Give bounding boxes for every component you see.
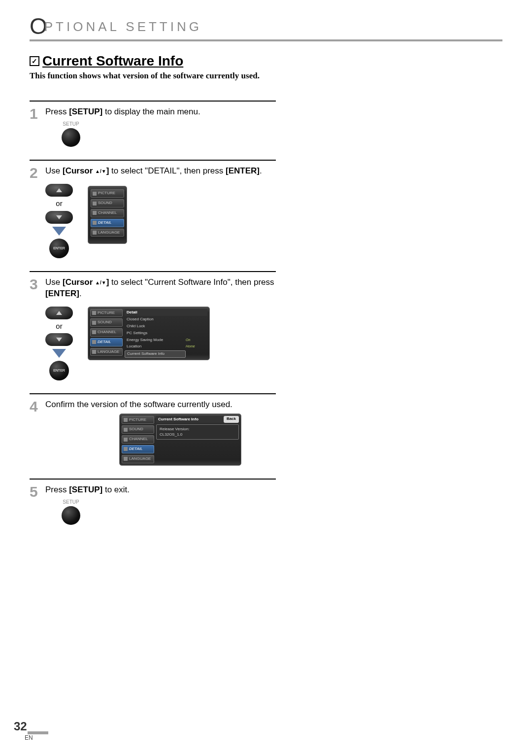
step-number: 4 <box>30 399 40 466</box>
detail-head: Detail <box>125 309 207 316</box>
row-current-software: Current Software Info <box>125 350 207 358</box>
cursor-controls: or ENTER <box>45 184 73 258</box>
steps-list: 1 Press [SETUP] to display the main menu… <box>30 101 276 538</box>
step4-text: Confirm the version of the software curr… <box>45 400 233 409</box>
step3-pre: Use <box>45 277 63 287</box>
cursor-up-icon <box>45 307 73 319</box>
chapter-header: O PTIONAL SETTING <box>30 15 502 37</box>
step-1: 1 Press [SETUP] to display the main menu… <box>30 101 276 160</box>
or-text: or <box>56 321 62 331</box>
setup-label: SETUP <box>60 121 82 128</box>
release-label: Release Version: <box>160 427 235 432</box>
step2-b1: [Cursor <box>63 166 95 175</box>
enter-button-icon: ENTER <box>49 361 69 380</box>
step-3: 3 Use [Cursor ▲/▼] to select "Current So… <box>30 271 276 393</box>
chapter-title: PTIONAL SETTING <box>44 19 202 34</box>
section-title-row: ✓ Current Software Info <box>30 53 502 69</box>
tv-main-menu: PICTURE SOUND CHANNEL DETAIL LANGUAGE <box>88 186 127 244</box>
side-detail: DETAIL <box>90 338 123 346</box>
step-2: 2 Use [Cursor ▲/▼] to select "DETAIL", t… <box>30 160 276 271</box>
row-pc-settings: PC Settings <box>125 330 207 337</box>
cursor-up-icon <box>45 184 73 197</box>
step-number: 3 <box>30 277 40 380</box>
step2-mid: to select "DETAIL", then press <box>109 166 226 175</box>
setup-button-graphic: SETUP <box>45 121 276 147</box>
step-5: 5 Press [SETUP] to exit. SETUP <box>30 479 276 538</box>
release-value: CL32OS_1.0 <box>160 432 235 437</box>
step-body: Press [SETUP] to display the main menu. … <box>45 106 276 147</box>
setup-button-icon <box>62 128 80 147</box>
step2-pre: Use <box>45 166 63 175</box>
step3-mid: to select "Current Software Info", then … <box>109 277 274 287</box>
side-language: LANGUAGE <box>122 455 154 463</box>
step5-pre: Press <box>45 485 69 494</box>
page-lang: EN <box>14 734 48 741</box>
step1-post: to display the main menu. <box>102 107 200 116</box>
side-channel: CHANNEL <box>122 435 154 444</box>
back-button: Back <box>224 416 239 423</box>
menu-item-sound: SOUND <box>91 199 124 207</box>
cursor-controls: or ENTER <box>45 307 73 380</box>
section-title: Current Software Info <box>42 53 183 69</box>
step-number: 2 <box>30 166 40 258</box>
menu-item-picture: PICTURE <box>91 189 124 198</box>
blue-down-arrow-icon <box>52 227 66 236</box>
header-underline <box>30 39 502 41</box>
tv-software-info: PICTURE SOUND CHANNEL DETAIL LANGUAGE Cu… <box>119 413 241 466</box>
side-picture: PICTURE <box>122 416 154 424</box>
setup-label: SETUP <box>60 499 82 506</box>
row-energy-saving: Energy Saving ModeOn <box>125 337 207 344</box>
step-number: 5 <box>30 484 40 525</box>
side-sound: SOUND <box>122 425 154 434</box>
step-body: Use [Cursor ▲/▼] to select "Current Soft… <box>45 277 276 380</box>
checkbox-icon: ✓ <box>30 56 39 66</box>
setup-button-graphic: SETUP <box>45 499 276 525</box>
cursor-down-icon <box>45 211 73 224</box>
menu-item-language: LANGUAGE <box>91 229 124 237</box>
menu-item-channel: CHANNEL <box>91 209 124 217</box>
side-picture: PICTURE <box>90 309 123 317</box>
step3-b2: [ENTER] <box>45 289 79 298</box>
step-body: Press [SETUP] to exit. SETUP <box>45 484 276 525</box>
or-text: or <box>56 199 62 208</box>
step-body: Confirm the version of the software curr… <box>45 399 276 466</box>
side-sound: SOUND <box>90 318 123 327</box>
step-4: 4 Confirm the version of the software cu… <box>30 393 276 479</box>
step5-post: to exit. <box>102 485 130 494</box>
page-footer: 32 EN <box>14 720 48 741</box>
row-closed-caption: Closed Caption <box>125 316 207 323</box>
step-body: Use [Cursor ▲/▼] to select "DETAIL", the… <box>45 166 276 258</box>
cursor-down-icon <box>45 333 73 346</box>
step5-bold: [SETUP] <box>69 485 102 494</box>
blue-down-arrow-icon <box>52 349 66 358</box>
row-child-lock: Child Lock <box>125 323 207 330</box>
step-number: 1 <box>30 106 40 147</box>
menu-item-detail: DETAIL <box>91 219 124 227</box>
step1-bold: [SETUP] <box>69 107 102 116</box>
tv-detail-menu: PICTURE SOUND CHANNEL DETAIL LANGUAGE De… <box>88 307 210 361</box>
side-channel: CHANNEL <box>90 328 123 337</box>
side-detail: DETAIL <box>122 445 154 453</box>
up-down-arrows-icon: ▲/▼ <box>95 279 106 285</box>
section-subtitle: This function shows what version of the … <box>30 71 502 81</box>
up-down-arrows-icon: ▲/▼ <box>95 169 106 174</box>
step1-pre: Press <box>45 107 69 116</box>
step2-post: . <box>260 166 262 175</box>
step3-post: . <box>79 289 82 298</box>
enter-button-icon: ENTER <box>49 239 69 258</box>
software-head: Current Software Info <box>156 416 224 423</box>
release-version-box: Release Version: CL32OS_1.0 <box>156 424 239 440</box>
step2-b2: [ENTER] <box>226 166 260 175</box>
side-language: LANGUAGE <box>90 348 123 356</box>
row-location: LocationHome <box>125 344 207 350</box>
step3-b1: [Cursor <box>63 277 95 287</box>
setup-button-icon <box>62 506 80 525</box>
